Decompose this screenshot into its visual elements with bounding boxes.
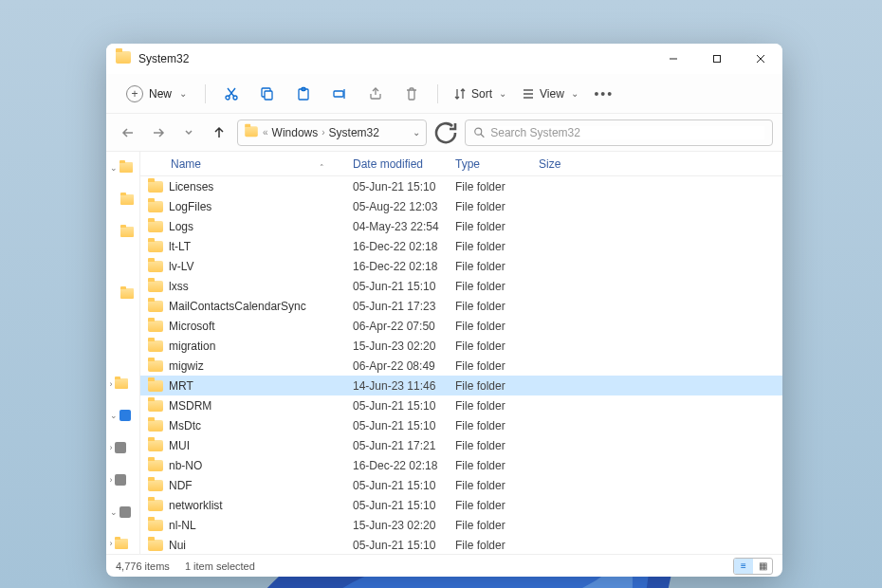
thumbnails-view-icon[interactable]: ▦ xyxy=(753,559,772,574)
file-type: File folder xyxy=(455,439,539,452)
rename-button[interactable] xyxy=(323,80,356,108)
close-button[interactable] xyxy=(739,44,782,74)
file-name: migwiz xyxy=(169,359,204,373)
maximize-button[interactable] xyxy=(695,44,739,74)
file-name: MailContactsCalendarSync xyxy=(169,300,306,313)
file-date: 05-Jun-21 15:10 xyxy=(353,479,455,492)
tree-item[interactable]: ⌄ xyxy=(110,406,137,427)
paste-button[interactable] xyxy=(287,80,320,108)
column-header-size[interactable]: Size xyxy=(539,157,596,171)
folder-icon xyxy=(119,162,133,173)
table-row[interactable]: NDF05-Jun-21 15:10File folder xyxy=(140,475,782,495)
tree-item[interactable]: ⌄ xyxy=(110,157,137,178)
tree-item[interactable]: › xyxy=(110,533,137,554)
table-row[interactable]: MSDRM05-Jun-21 15:10File folder xyxy=(140,395,782,415)
file-date: 05-Jun-21 17:23 xyxy=(353,300,455,313)
file-date: 05-Aug-22 12:03 xyxy=(353,200,455,213)
file-name: MSDRM xyxy=(169,399,211,413)
file-name: NDF xyxy=(169,479,193,492)
up-button[interactable] xyxy=(207,120,231,145)
file-date: 15-Jun-23 02:20 xyxy=(353,519,455,532)
table-row[interactable]: Logs04-May-23 22:54File folder xyxy=(140,216,782,236)
file-type: File folder xyxy=(455,320,539,333)
view-button[interactable]: View ⌄ xyxy=(516,83,584,104)
search-box[interactable] xyxy=(465,119,773,146)
view-mode-toggle[interactable]: ≡ ▦ xyxy=(733,558,773,575)
sort-button[interactable]: Sort ⌄ xyxy=(448,83,512,104)
table-row[interactable]: MailContactsCalendarSync05-Jun-21 17:23F… xyxy=(140,296,782,316)
tree-item[interactable] xyxy=(110,190,137,211)
new-button[interactable]: + New ⌄ xyxy=(118,81,195,107)
file-type: File folder xyxy=(455,180,539,193)
tree-item[interactable]: › xyxy=(110,374,137,395)
folder-icon xyxy=(148,221,163,232)
file-list[interactable]: Licenses05-Jun-21 15:10File folderLogFil… xyxy=(140,176,782,554)
table-row[interactable]: MRT14-Jun-23 11:46File folder xyxy=(140,376,782,395)
table-row[interactable]: MUI05-Jun-21 17:21File folder xyxy=(140,435,782,455)
titlebar[interactable]: System32 xyxy=(106,44,782,74)
folder-icon xyxy=(115,539,128,549)
file-type: File folder xyxy=(455,280,539,293)
search-icon xyxy=(473,126,485,138)
table-row[interactable]: Microsoft06-Apr-22 07:50File folder xyxy=(140,316,782,336)
search-input[interactable] xyxy=(490,126,764,139)
file-type: File folder xyxy=(455,240,539,253)
table-row[interactable]: networklist05-Jun-21 15:10File folder xyxy=(140,495,782,515)
folder-icon xyxy=(115,378,128,389)
addressbar[interactable]: « Windows › System32 ⌄ xyxy=(237,119,427,146)
chevron-down-icon[interactable]: ⌄ xyxy=(413,127,420,138)
table-row[interactable]: lt-LT16-Dec-22 02:18File folder xyxy=(140,236,782,256)
tree-item[interactable]: ⌄ xyxy=(110,502,137,523)
column-header-date[interactable]: Date modified xyxy=(353,157,455,171)
column-header-name[interactable]: Name˄ xyxy=(148,157,353,171)
file-name: migration xyxy=(169,340,215,353)
delete-button[interactable] xyxy=(395,80,428,108)
cut-button[interactable] xyxy=(215,80,248,108)
details-view-icon[interactable]: ≡ xyxy=(734,559,753,574)
minimize-button[interactable] xyxy=(652,44,695,74)
file-name: LogFiles xyxy=(169,200,211,213)
file-type: File folder xyxy=(455,459,539,472)
table-row[interactable]: Nui05-Jun-21 15:10File folder xyxy=(140,535,782,554)
folder-icon xyxy=(116,51,131,66)
svg-point-16 xyxy=(475,128,482,135)
share-button[interactable] xyxy=(359,80,392,108)
column-header-type[interactable]: Type xyxy=(455,157,539,171)
forward-button[interactable] xyxy=(146,120,171,145)
table-row[interactable]: migwiz06-Apr-22 08:49File folder xyxy=(140,356,782,376)
folder-icon xyxy=(148,181,163,193)
window-title: System32 xyxy=(138,52,189,65)
chevron-right-icon: › xyxy=(322,127,324,138)
tree-item[interactable] xyxy=(110,284,137,304)
copy-button[interactable] xyxy=(251,80,284,108)
sidebar[interactable]: ⌄ › ⌄ › › ⌄ › xyxy=(106,152,140,554)
table-row[interactable]: LogFiles05-Aug-22 12:03File folder xyxy=(140,196,782,216)
table-row[interactable]: MsDtc05-Jun-21 15:10File folder xyxy=(140,415,782,435)
tree-item[interactable]: › xyxy=(110,437,137,458)
back-button[interactable] xyxy=(116,120,140,145)
selection-count: 1 item selected xyxy=(185,560,255,572)
tree-item[interactable] xyxy=(110,221,137,242)
tree-item[interactable]: › xyxy=(110,469,137,490)
chevron-left-double-icon: « xyxy=(263,127,268,138)
breadcrumb-part[interactable]: Windows xyxy=(272,126,319,139)
folder-icon xyxy=(148,380,163,392)
separator xyxy=(205,84,206,103)
table-row[interactable]: Licenses05-Jun-21 15:10File folder xyxy=(140,176,782,196)
file-date: 05-Jun-21 15:10 xyxy=(353,499,455,512)
recent-locations-button[interactable] xyxy=(176,120,201,145)
table-row[interactable]: nl-NL15-Jun-23 02:20File folder xyxy=(140,515,782,535)
file-type: File folder xyxy=(455,340,539,353)
file-date: 16-Dec-22 02:18 xyxy=(353,260,455,273)
table-row[interactable]: lv-LV16-Dec-22 02:18File folder xyxy=(140,256,782,276)
table-row[interactable]: migration15-Jun-23 02:20File folder xyxy=(140,336,782,356)
breadcrumb-part[interactable]: System32 xyxy=(329,126,379,139)
folder-icon xyxy=(148,400,163,412)
table-row[interactable]: lxss05-Jun-21 15:10File folder xyxy=(140,276,782,296)
file-date: 05-Jun-21 15:10 xyxy=(353,539,455,552)
table-row[interactable]: nb-NO16-Dec-22 02:18File folder xyxy=(140,455,782,475)
folder-icon xyxy=(148,520,163,531)
file-type: File folder xyxy=(455,359,539,373)
more-button[interactable]: ••• xyxy=(588,80,620,108)
refresh-button[interactable] xyxy=(432,119,459,146)
